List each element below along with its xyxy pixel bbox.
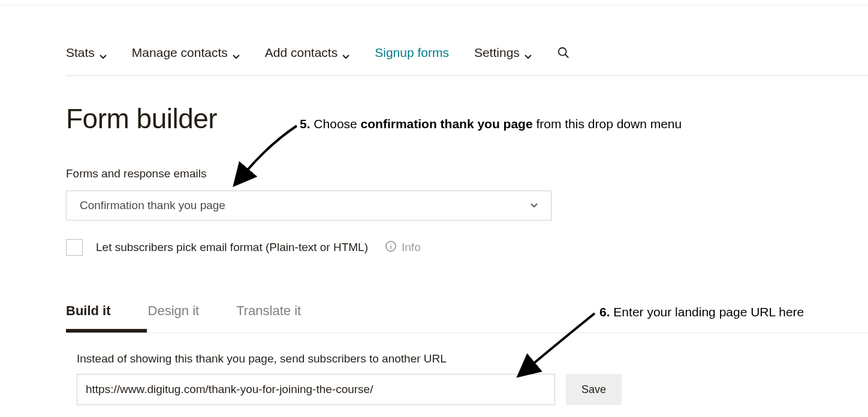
redirect-url-row: Save [77, 374, 622, 405]
info-label: Info [402, 241, 421, 254]
arrow-icon [522, 309, 605, 377]
svg-point-4 [390, 243, 391, 244]
save-button[interactable]: Save [566, 374, 622, 405]
chevron-down-icon [342, 49, 349, 56]
tab-translate-it[interactable]: Translate it [236, 303, 301, 321]
annotation-5-after: from this drop down menu [533, 117, 682, 131]
arrow-icon [237, 120, 303, 189]
nav-manage-contacts[interactable]: Manage contacts [132, 46, 240, 60]
info-link[interactable]: Info [385, 240, 421, 255]
nav-settings[interactable]: Settings [474, 46, 532, 60]
svg-point-0 [559, 48, 566, 56]
email-format-label: Let subscribers pick email format (Plain… [96, 241, 368, 254]
annotation-6-text: Enter your landing page URL here [613, 305, 804, 319]
email-format-row: Let subscribers pick email format (Plain… [66, 239, 421, 256]
page-title: Form builder [66, 102, 217, 135]
nav-settings-label: Settings [474, 46, 520, 60]
nav-add-contacts-label: Add contacts [265, 46, 337, 60]
email-format-checkbox[interactable] [66, 239, 83, 256]
redirect-url-input[interactable] [77, 374, 555, 405]
annotation-6: 6. Enter your landing page URL here [599, 305, 804, 319]
nav-manage-contacts-label: Manage contacts [132, 46, 228, 60]
annotation-5-before: Choose [314, 117, 360, 131]
annotation-5: 5. Choose confirmation thank you page fr… [300, 117, 682, 131]
nav-stats-label: Stats [66, 46, 95, 60]
tab-build-it[interactable]: Build it [66, 303, 111, 321]
nav-stats[interactable]: Stats [66, 46, 107, 60]
forms-section-label: Forms and response emails [66, 167, 206, 180]
forms-dropdown-value: Confirmation thank you page [80, 199, 225, 212]
search-icon[interactable] [557, 46, 570, 59]
info-icon [385, 240, 397, 255]
nav-add-contacts[interactable]: Add contacts [265, 46, 349, 60]
top-nav: Stats Manage contacts Add contacts Signu… [66, 46, 868, 71]
redirect-url-label: Instead of showing this thank you page, … [77, 352, 447, 365]
nav-signup-forms-label: Signup forms [375, 46, 449, 60]
svg-line-1 [565, 55, 569, 58]
forms-dropdown[interactable]: Confirmation thank you page [66, 191, 551, 220]
chevron-down-icon [100, 49, 107, 56]
chevron-down-icon [531, 199, 538, 212]
nav-signup-forms[interactable]: Signup forms [375, 46, 449, 60]
annotation-5-bold: confirmation thank you page [361, 117, 533, 131]
chevron-down-icon [233, 49, 240, 56]
chevron-down-icon [525, 49, 532, 56]
tab-design-it[interactable]: Design it [148, 303, 200, 321]
